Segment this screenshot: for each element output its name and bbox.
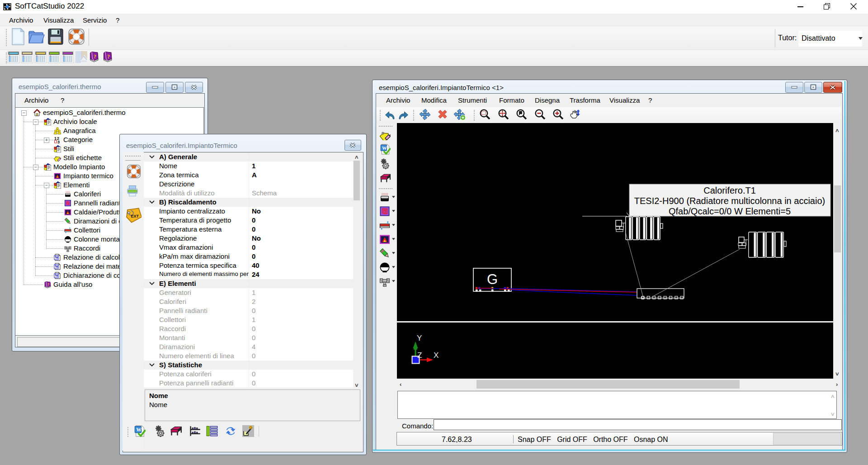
svg-text:W: W bbox=[136, 427, 142, 433]
svg-text:EXT: EXT bbox=[131, 214, 139, 218]
svg-text:X: X bbox=[434, 351, 439, 360]
svg-text:Y: Y bbox=[417, 334, 422, 342]
svg-text:Z: Z bbox=[417, 351, 422, 360]
